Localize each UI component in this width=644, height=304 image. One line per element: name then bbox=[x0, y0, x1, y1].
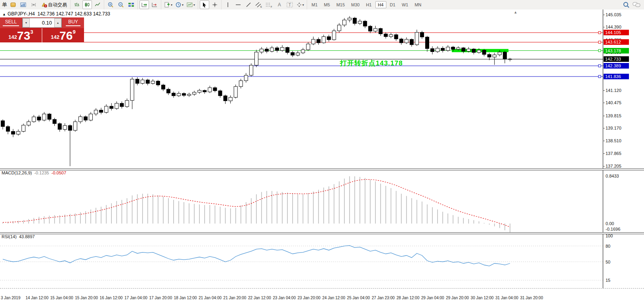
toolbar-group-zoom bbox=[104, 0, 138, 10]
toolbar-group-chart-type bbox=[70, 0, 104, 10]
zoom-out-icon[interactable] bbox=[116, 0, 126, 9]
axis-tick-label: 145.035 bbox=[606, 12, 621, 17]
sell-price[interactable]: 142733 bbox=[0, 28, 42, 42]
text-label-icon[interactable]: T bbox=[285, 0, 294, 9]
vertical-line-icon[interactable] bbox=[223, 0, 233, 9]
periods-icon[interactable]: ▾ bbox=[174, 0, 185, 9]
volume-down-button[interactable]: ▼ bbox=[23, 18, 30, 27]
time-axis-label: 23 Jan 20:00 bbox=[298, 296, 321, 300]
bar-chart-icon[interactable] bbox=[72, 0, 82, 9]
toolbar-group-scroll bbox=[138, 0, 161, 10]
text-icon[interactable]: A bbox=[275, 0, 284, 9]
axis-tick bbox=[603, 153, 605, 154]
time-axis-label: 16 Jan 12:00 bbox=[100, 296, 123, 300]
timeframe-M15[interactable]: M15 bbox=[334, 1, 348, 8]
axis-tick-label: 80 bbox=[606, 244, 610, 249]
time-axis[interactable]: 3 Jan 201914 Jan 12:0015 Jan 04:0015 Jan… bbox=[0, 288, 644, 304]
buy-price[interactable]: 142769 bbox=[42, 28, 84, 42]
timeframe-M30[interactable]: M30 bbox=[348, 1, 362, 8]
axis-tick-label: 139.170 bbox=[606, 126, 621, 130]
symbol-ohlc: 142.736 142.747 142.633 142.733 bbox=[38, 11, 111, 17]
axis-tick bbox=[603, 128, 605, 128]
time-axis-label: 17 Jan 20:00 bbox=[149, 296, 172, 300]
equidistant-channel-icon[interactable]: E bbox=[254, 0, 264, 9]
price-chart-canvas[interactable] bbox=[0, 10, 603, 168]
price-badge: 144.105 bbox=[604, 30, 629, 35]
auto-trading-icon[interactable]: 自动交易 bbox=[39, 0, 69, 9]
time-axis-label: 3 Jan 2019 bbox=[1, 296, 21, 300]
arrows-icon[interactable]: ▾ bbox=[295, 0, 305, 9]
axis-tick-label: 50 bbox=[606, 260, 610, 264]
indicators-icon[interactable]: ▾ bbox=[163, 0, 174, 9]
auto-scroll-icon[interactable] bbox=[140, 0, 149, 9]
toolbar: 单 自动交易 ▾ ▾ ▾ bbox=[0, 0, 644, 10]
new-order-button[interactable]: 单 bbox=[1, 1, 8, 8]
rsi-canvas[interactable] bbox=[0, 233, 603, 288]
macd-canvas[interactable] bbox=[0, 170, 603, 232]
timeframe-H1[interactable]: H1 bbox=[363, 1, 374, 8]
time-axis-label: 27 Jan 23:00 bbox=[372, 296, 395, 300]
toolbar-group-cursor bbox=[198, 0, 221, 10]
indicators-caret-icon[interactable]: ▾ bbox=[171, 3, 172, 7]
timeframe-H4[interactable]: H4 bbox=[375, 1, 386, 8]
chart-shift-icon[interactable] bbox=[150, 0, 159, 9]
axis-tick bbox=[603, 15, 605, 15]
time-axis-label: 29 Jan 04:00 bbox=[421, 296, 444, 300]
templates-icon[interactable]: ▾ bbox=[185, 0, 196, 9]
timeframe-D1[interactable]: D1 bbox=[387, 1, 398, 8]
templates-caret-icon[interactable]: ▾ bbox=[193, 3, 195, 7]
axis-tick bbox=[603, 103, 605, 103]
main-chart-panel: ▲GBPJPY-,H4 142.736 142.747 142.633 142.… bbox=[0, 10, 644, 168]
svg-text:A: A bbox=[278, 2, 281, 8]
timeframe-M1[interactable]: M1 bbox=[309, 1, 320, 8]
time-axis-label: 21 Jan 04:00 bbox=[199, 296, 222, 300]
symbol-arrow-icon: ▲ bbox=[2, 12, 6, 16]
axis-tick-label: 139.815 bbox=[606, 113, 621, 118]
timeframe-MN[interactable]: MN bbox=[412, 1, 424, 8]
volume-input[interactable]: 0.10 bbox=[30, 18, 54, 27]
axis-tick-label: 140.475 bbox=[606, 100, 621, 105]
price-badge: 141.836 bbox=[604, 74, 629, 79]
timeframe-M5[interactable]: M5 bbox=[321, 1, 333, 8]
panel-splitter-2[interactable] bbox=[0, 232, 644, 234]
crosshair-icon[interactable] bbox=[210, 0, 220, 9]
buy-button[interactable]: BUY bbox=[62, 17, 84, 28]
signals-icon[interactable] bbox=[29, 0, 38, 9]
svg-text:F: F bbox=[271, 6, 272, 8]
chart-shift-marker[interactable]: ▴ bbox=[514, 10, 517, 15]
time-axis-label: 25 Jan 04:00 bbox=[347, 296, 370, 300]
axis-tick-label: 144.390 bbox=[606, 25, 621, 29]
arrows-caret-icon[interactable]: ▾ bbox=[302, 3, 304, 7]
price-badge: 142.733 bbox=[604, 56, 629, 62]
time-axis-label: 14 Jan 12:00 bbox=[25, 296, 48, 300]
fibonacci-icon[interactable]: F bbox=[264, 0, 274, 9]
horizontal-line-icon[interactable] bbox=[233, 0, 243, 9]
chat-icon[interactable] bbox=[632, 0, 641, 9]
periods-caret-icon[interactable]: ▾ bbox=[182, 3, 183, 7]
time-axis-label: 30 Jan 12:00 bbox=[471, 296, 494, 300]
axis-tick bbox=[603, 90, 605, 91]
macd-main-value: -0.1235 bbox=[34, 170, 49, 175]
search-icon[interactable] bbox=[621, 0, 631, 9]
volume-up-button[interactable]: ▲ bbox=[54, 18, 61, 27]
price-badge: 143.178 bbox=[604, 48, 629, 54]
tile-windows-icon[interactable] bbox=[126, 0, 136, 9]
market-watch-icon[interactable] bbox=[8, 0, 18, 9]
time-axis-label: 24 Jan 12:00 bbox=[322, 296, 345, 300]
new-chart-icon[interactable] bbox=[19, 0, 28, 9]
time-axis-label: 15 Jan 04:00 bbox=[50, 296, 73, 300]
axis-tick-label: 137.865 bbox=[606, 151, 621, 156]
timeframe-W1[interactable]: W1 bbox=[399, 1, 411, 8]
price-badge: 142.389 bbox=[604, 63, 629, 69]
panel-splitter[interactable] bbox=[0, 168, 644, 170]
sell-button[interactable]: SELL bbox=[0, 17, 22, 28]
toolbar-group-objects: ▾ ▾ ▾ bbox=[161, 0, 198, 10]
axis-tick-label: 15 bbox=[606, 278, 610, 283]
time-axis-label: 23 Jan 04:00 bbox=[273, 296, 296, 300]
trendline-icon[interactable] bbox=[244, 0, 253, 9]
axis-tick-label: 0.00 bbox=[606, 221, 614, 226]
candlestick-chart-icon[interactable] bbox=[82, 0, 92, 9]
line-chart-icon[interactable] bbox=[93, 0, 102, 9]
zoom-in-icon[interactable] bbox=[106, 0, 115, 9]
cursor-icon[interactable] bbox=[200, 0, 209, 9]
